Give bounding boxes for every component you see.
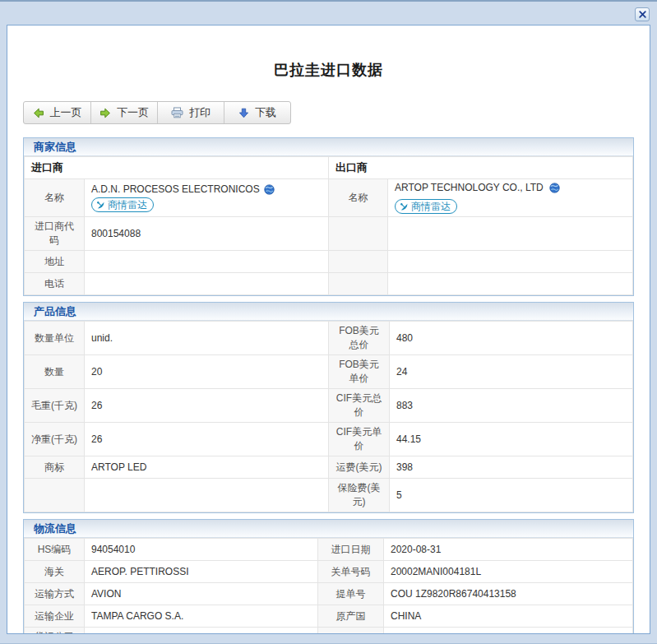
field-label: 电话 — [25, 273, 85, 295]
field-label: 名称 — [25, 179, 85, 217]
table-row: 毛重(千克)26CIF美元总价883 — [25, 389, 633, 423]
field-value — [388, 251, 633, 273]
field-label: FOB美元单价 — [329, 355, 390, 389]
field-label: CIF美元单价 — [329, 423, 390, 456]
field-label: 运输方式 — [25, 583, 85, 605]
field-value: COLOMBIA — [85, 628, 318, 635]
radar-badge[interactable]: 商情雷达 — [91, 197, 154, 212]
page-title: 巴拉圭进口数据 — [23, 60, 634, 80]
field-value: 5 — [390, 479, 633, 512]
field-value: ARTOP TECHNOLOGY CO., LTD商情雷达 — [388, 179, 633, 217]
close-button[interactable] — [635, 7, 650, 21]
field-label: 海关 — [25, 561, 85, 583]
table-row: 运输方式AVION提单号COU 1Z9820R86740413158 — [25, 583, 633, 605]
table-row: 保险费(美元)5 — [25, 479, 633, 512]
field-label: 保险费(美元) — [329, 479, 390, 512]
field-label — [329, 217, 388, 251]
field-label — [329, 273, 388, 295]
globe-icon — [264, 184, 275, 195]
toolbar: 上一页下一页打印下载 — [23, 101, 291, 124]
field-value: TAMPA CARGO S.A. — [85, 605, 318, 628]
section-merchant: 商家信息进口商出口商名称A.D.N. PROCESOS ELECTRONICOS… — [23, 137, 634, 296]
field-value — [85, 251, 329, 273]
table-row: 地址 — [25, 251, 633, 273]
field-value: 800154088 — [85, 217, 329, 251]
field-label: 进口商代码 — [25, 217, 85, 251]
field-label: 数量单位 — [25, 322, 85, 355]
field-label: FOB美元总价 — [329, 322, 390, 355]
button-label: 上一页 — [50, 105, 82, 120]
field-label: 运费(美元) — [329, 456, 390, 479]
field-value: 26 — [85, 389, 329, 423]
field-label: 进口日期 — [318, 539, 384, 561]
download-arrow-icon — [238, 108, 249, 118]
field-label: 提单号 — [318, 583, 384, 605]
next-page-button[interactable]: 下一页 — [90, 102, 157, 123]
download-button[interactable]: 下载 — [224, 102, 290, 123]
radar-badge[interactable]: 商情雷达 — [395, 199, 457, 214]
field-value — [85, 273, 329, 295]
product-table: 数量单位unid.FOB美元总价480数量20FOB美元单价24毛重(千克)26… — [24, 321, 633, 512]
field-label: 净重(千克) — [25, 423, 85, 456]
column-header-row: 进口商出口商 — [25, 157, 633, 179]
field-value: COU 1Z9820R86740413158 — [384, 583, 633, 605]
globe-icon — [549, 183, 560, 193]
field-value: unid. — [85, 322, 329, 355]
field-value: A.D.N. PROCESOS ELECTRONICOS商情雷达 — [85, 179, 329, 217]
green-arrow-right-icon — [99, 108, 111, 118]
prev-page-button[interactable]: 上一页 — [24, 102, 90, 123]
company-name: ARTOP TECHNOLOGY CO., LTD — [395, 182, 544, 193]
field-value: 883 — [390, 389, 633, 423]
button-label: 下一页 — [117, 105, 149, 120]
field-label — [25, 479, 85, 512]
field-label — [329, 251, 388, 273]
printer-icon — [171, 107, 183, 118]
table-row: 商标ARTOP LED运费(美元)398 — [25, 456, 633, 479]
field-label: 贸易国 — [318, 628, 384, 635]
field-label: 毛重(千克) — [25, 389, 85, 423]
section-title: 商家信息 — [24, 138, 633, 156]
field-value — [388, 273, 633, 295]
table-row: 进口商代码800154088 — [25, 217, 633, 251]
field-value — [388, 217, 633, 251]
field-value: 44.15 — [390, 423, 633, 456]
field-label: 地址 — [25, 251, 85, 273]
column-header: 出口商 — [329, 157, 633, 179]
section-logistics: 物流信息HS编码94054010进口日期2020-08-31海关AEROP. P… — [23, 519, 634, 634]
table-row: 电话 — [25, 273, 633, 295]
field-value: CHINA — [384, 605, 633, 628]
field-label: 商标 — [25, 456, 85, 479]
field-value: 20002MANI004181L — [384, 561, 633, 583]
field-label: 关单号码 — [318, 561, 384, 583]
field-label: 名称 — [329, 179, 388, 217]
field-value: 24 — [390, 355, 633, 389]
globe-icon[interactable] — [549, 183, 560, 193]
field-value: 398 — [390, 456, 633, 479]
table-row: 货运公司所在国COLOMBIA贸易国CHINA — [25, 628, 633, 635]
sections-container: 商家信息进口商出口商名称A.D.N. PROCESOS ELECTRONICOS… — [23, 137, 634, 634]
green-arrow-left-icon — [33, 108, 44, 118]
button-label: 打印 — [189, 105, 211, 120]
field-value: CHINA — [384, 628, 633, 635]
field-label: CIF美元总价 — [329, 389, 390, 423]
radar-dish-icon — [400, 202, 409, 211]
field-value: AEROP. PETTIROSSI — [85, 561, 318, 583]
table-row: HS编码94054010进口日期2020-08-31 — [25, 539, 633, 561]
dialog-window: 巴拉圭进口数据 上一页下一页打印下载 商家信息进口商出口商名称A.D.N. PR… — [0, 0, 657, 644]
field-label: 货运公司所在国 — [25, 628, 85, 635]
dialog-content: 巴拉圭进口数据 上一页下一页打印下载 商家信息进口商出口商名称A.D.N. PR… — [7, 25, 650, 634]
logistics-table: HS编码94054010进口日期2020-08-31海关AEROP. PETTI… — [24, 538, 633, 634]
section-title: 产品信息 — [24, 303, 633, 321]
merchant-table: 进口商出口商名称A.D.N. PROCESOS ELECTRONICOS商情雷达… — [24, 156, 633, 295]
table-row: 名称A.D.N. PROCESOS ELECTRONICOS商情雷达名称ARTO… — [25, 179, 633, 217]
close-icon — [638, 10, 647, 19]
field-value: 480 — [390, 322, 633, 355]
field-label: 数量 — [25, 355, 85, 389]
field-value: 20 — [85, 355, 329, 389]
section-title: 物流信息 — [24, 520, 633, 538]
field-value: AVION — [85, 583, 318, 605]
print-button[interactable]: 打印 — [157, 102, 224, 123]
globe-icon[interactable] — [264, 184, 275, 195]
field-label: 原产国 — [318, 605, 384, 628]
table-row: 海关AEROP. PETTIROSSI关单号码20002MANI004181L — [25, 561, 633, 583]
